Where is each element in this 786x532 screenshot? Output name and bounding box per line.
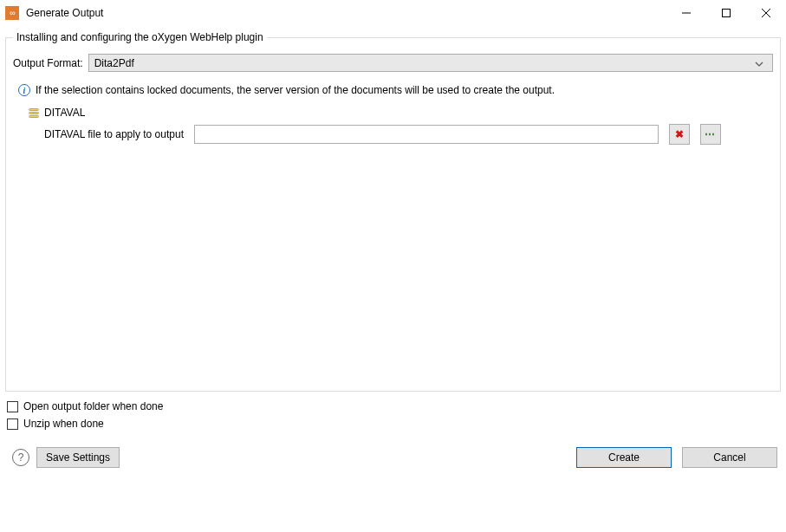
options-area: Open output folder when done Unzip when … (5, 400, 781, 430)
output-format-label: Output Format: (13, 57, 83, 69)
unzip-when-done-label: Unzip when done (23, 418, 104, 430)
unzip-when-done-checkbox[interactable] (7, 418, 18, 430)
ditaval-file-input[interactable] (194, 125, 659, 144)
app-icon-glyph: ∞ (10, 9, 14, 17)
ellipsis-icon: ⋯ (705, 128, 716, 140)
window-controls (666, 0, 786, 25)
info-icon: i (18, 84, 30, 96)
x-icon: ✖ (675, 128, 684, 140)
create-label: Create (608, 451, 640, 464)
save-settings-label: Save Settings (46, 451, 110, 464)
help-icon: ? (18, 451, 24, 464)
maximize-icon (722, 9, 731, 17)
svg-rect-1 (723, 9, 731, 16)
output-format-select[interactable]: Dita2Pdf (88, 54, 773, 72)
cancel-label: Cancel (713, 451, 745, 464)
footer-row: ? Save Settings Create Cancel (12, 447, 777, 468)
ditaval-group-label: DITAVAL (44, 107, 85, 119)
output-format-value: Dita2Pdf (94, 57, 751, 69)
plugin-legend: Installing and configuring the oXygen We… (13, 31, 267, 43)
help-button[interactable]: ? (12, 449, 29, 466)
cancel-button[interactable]: Cancel (682, 447, 777, 468)
unzip-when-done-row: Unzip when done (7, 418, 781, 430)
ditaval-clear-button[interactable]: ✖ (669, 124, 690, 145)
close-icon (762, 9, 770, 17)
close-button[interactable] (746, 0, 786, 25)
open-output-folder-row: Open output folder when done (7, 400, 781, 412)
minimize-icon (682, 9, 691, 17)
app-icon: ∞ (5, 6, 19, 20)
create-button[interactable]: Create (576, 447, 672, 468)
open-output-folder-checkbox[interactable] (7, 401, 18, 412)
minimize-button[interactable] (666, 0, 706, 25)
ditaval-icon (29, 108, 39, 118)
info-row: i If the selection contains locked docum… (18, 84, 773, 96)
ditaval-header: DITAVAL (29, 107, 773, 119)
ditaval-field-label: DITAVAL file to apply to output (44, 128, 184, 140)
info-text: If the selection contains locked documen… (36, 84, 555, 96)
dialog-body: Installing and configuring the oXygen We… (0, 31, 786, 468)
open-output-folder-label: Open output folder when done (23, 400, 163, 412)
output-format-row: Output Format: Dita2Pdf (13, 54, 773, 72)
plugin-group: Installing and configuring the oXygen We… (5, 31, 781, 392)
ditaval-file-row: DITAVAL file to apply to output ✖ ⋯ (44, 124, 773, 145)
window-title: Generate Output (26, 7, 666, 19)
titlebar: ∞ Generate Output (0, 0, 786, 26)
maximize-button[interactable] (706, 0, 746, 25)
chevron-down-icon (751, 57, 767, 69)
ditaval-group: DITAVAL DITAVAL file to apply to output … (29, 107, 773, 145)
save-settings-button[interactable]: Save Settings (36, 447, 120, 468)
ditaval-browse-button[interactable]: ⋯ (700, 124, 721, 145)
